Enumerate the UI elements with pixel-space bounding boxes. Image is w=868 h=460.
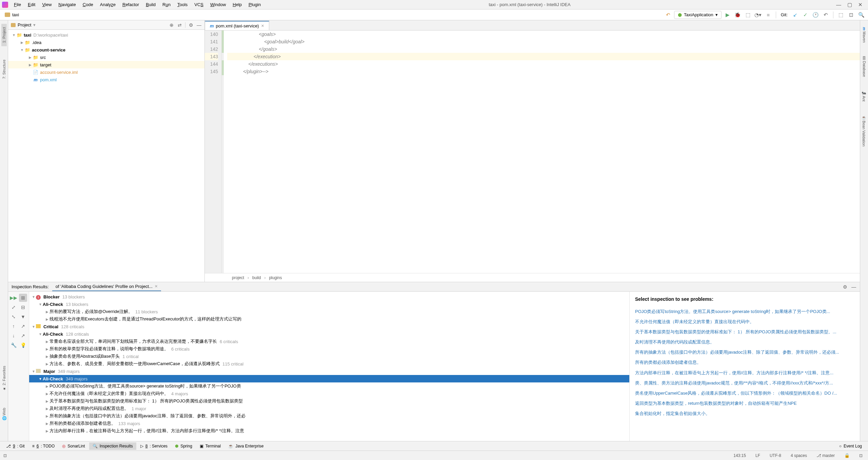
hide-icon[interactable]: — [196, 22, 202, 28]
debug-button[interactable]: 🐞 [734, 11, 742, 19]
stop-button[interactable]: ■ [764, 11, 772, 19]
insp-item[interactable]: ▶所有的枚举类型字段必须要有注释，说明每个数据项的用途。 6 criticals [29, 345, 629, 353]
insp-item[interactable]: ▶所有的类都必须添加创建者信息。 133 majors [29, 420, 629, 427]
git-history-button[interactable]: 🕐 [811, 11, 820, 19]
tab-structure[interactable]: 7: Structure [1, 56, 7, 82]
detail-link[interactable]: 类名使用UpperCamelCase风格，必须遵从驼峰形式，但以下情形例外：（领… [635, 388, 854, 398]
tab-ant[interactable]: 🐜 Ant [861, 87, 867, 105]
settings-icon[interactable]: ⚙ [188, 22, 194, 28]
collapse-button[interactable]: ⤡ [9, 313, 18, 321]
breadcrumb-root[interactable]: taxi [3, 12, 21, 18]
insp-critical-ali[interactable]: ▼ Ali-Check 128 criticals [29, 330, 629, 338]
window-close[interactable]: ✕ [858, 2, 863, 8]
detail-link[interactable]: 关于基本数据类型与包装数据类型的使用标准如下： 1） 所有的POJO类属性必须使… [635, 327, 854, 337]
detail-link[interactable]: 及时清理不再使用的代码段或配置信息。 [635, 337, 854, 347]
insp-item[interactable]: ▶方法名、参数名、成员变量、局部变量都统一使用lowerCamelCase，必须… [29, 360, 629, 368]
insp-item[interactable]: ▶抽象类命名使用Abstract或Base开头 1 critical [29, 353, 629, 360]
detail-link[interactable]: 类、类属性、类方法的注释必须使用javadoc规范，使用/**内容*/格式，不得… [635, 378, 854, 388]
bottom-java-ee[interactable]: ☕ Java Enterprise [225, 442, 267, 450]
bottom-spring[interactable]: ⬢ Spring [172, 442, 196, 450]
status-panels-icon[interactable]: ⊡ [3, 453, 7, 458]
select-opened-file-icon[interactable]: ⊕ [169, 22, 174, 28]
tree-node-pom[interactable]: m pom.xml [8, 76, 204, 83]
bottom-sonarlint[interactable]: ◎ SonarLint [59, 442, 88, 450]
insp-item[interactable]: ▶关于基本数据类型与包装数据类型的使用标准如下： 1） 所有的POJO类属性必须… [29, 397, 629, 405]
autoscroll-button[interactable]: ↗ [19, 332, 27, 340]
run-button[interactable]: ▶ [724, 11, 732, 19]
tab-web[interactable]: 🌐 Web [1, 404, 7, 424]
menu-file[interactable]: File [11, 1, 24, 8]
tree-node-target[interactable]: ▶ 📁 target [8, 61, 204, 68]
window-minimize[interactable]: — [836, 2, 841, 8]
bottom-inspection[interactable]: 🔍 Inspection Results [89, 442, 136, 450]
insp-item[interactable]: ▶所有的抽象方法（包括接口中的方法）必须要用javadoc注释、除了返回值、参数… [29, 412, 629, 420]
menu-edit[interactable]: Edit [25, 1, 38, 8]
menu-view[interactable]: View [39, 1, 55, 8]
window-maximize[interactable]: ▢ [847, 2, 852, 8]
filter-button[interactable]: ▼ [19, 313, 27, 321]
hide-icon[interactable]: — [851, 284, 856, 290]
coverage-button[interactable]: ⬚ [744, 11, 752, 19]
detail-link[interactable]: 方法内部单行注释，在被注释语句上方另起一行，使用//注释。方法内部多行注释使用/… [635, 368, 854, 378]
run-config-selector[interactable]: ⬢ TaxiApplication ▾ [674, 11, 722, 19]
detail-link[interactable]: 所有的抽象方法（包括接口中的方法）必须要用javadoc注释、除了返回值、参数、… [635, 347, 854, 357]
insp-item[interactable]: ▶常量命名应该全部大写，单词间用下划线隔开，力求语义表达完整清楚，不要嫌名字长 … [29, 338, 629, 345]
menu-window[interactable]: Window [207, 1, 229, 8]
status-git-branch[interactable]: ⎇ master [814, 453, 837, 458]
bottom-event-log[interactable]: ○ Event Log [836, 442, 865, 450]
back-arrow-icon[interactable]: ↶ [664, 11, 672, 19]
tree-root[interactable]: ▼ 📁 taxi D:\workspace\taxi [8, 31, 204, 39]
git-rollback-button[interactable]: ↶ [822, 11, 830, 19]
dropdown-icon[interactable]: ▾ [33, 22, 36, 27]
inspection-tab[interactable]: of 'Alibaba Coding Guidelines' Profile o… [52, 283, 161, 291]
detail-link[interactable]: 不允许任何魔法值（即未经定义的常量）直接出现在代码中。 [635, 317, 854, 327]
insp-major-ali[interactable]: ▼ Ali-Check 349 majors [29, 375, 629, 382]
code-area[interactable]: <goals> <goal>build</goal> </goals> </ex… [224, 30, 860, 273]
insp-item[interactable]: ▶不允许任何魔法值（即未经定义的常量）直接出现在代码中。 4 majors [29, 390, 629, 397]
tab-maven[interactable]: m Maven [862, 24, 867, 46]
status-encoding[interactable]: UTF-8 [768, 453, 783, 458]
insp-item[interactable]: ▶ 线程池不允许使用Executors去创建，而是通过ThreadPoolExe… [29, 315, 629, 323]
export-button[interactable]: ↗ [19, 322, 27, 330]
menu-tools[interactable]: Tools [174, 1, 191, 8]
project-tree[interactable]: ▼ 📁 taxi D:\workspace\taxi ▶ 📁 .idea ▼ 📁… [8, 30, 204, 282]
tree-node-idea[interactable]: ▶ 📁 .idea [8, 39, 204, 46]
menu-navigate[interactable]: Navigate [55, 1, 79, 8]
tab-favorites[interactable]: ★ 2: Favorites [1, 362, 7, 394]
tab-close-icon[interactable]: ✕ [261, 24, 264, 28]
status-line-sep[interactable]: LF [753, 453, 762, 458]
bottom-git[interactable]: ⎇ 9: Git [3, 442, 28, 450]
bottom-terminal[interactable]: ▣ Terminal [196, 442, 224, 450]
tab-project[interactable]: 1: Project [1, 24, 7, 46]
menu-analyze[interactable]: Analyze [97, 1, 119, 8]
editor-content[interactable]: 140 141 142 143 144 145 <goals> [205, 30, 860, 273]
search-button[interactable]: 🔍 [857, 11, 865, 19]
ide-settings-button[interactable]: ⊡ [847, 11, 855, 19]
status-indent[interactable]: 4 spaces [789, 453, 809, 458]
prev-button[interactable]: ↑ [9, 322, 18, 330]
settings-icon[interactable]: ⚙ [842, 284, 848, 290]
group-by-severity-button[interactable]: ⊞ [19, 294, 27, 302]
insp-item[interactable]: ▶及时清理不再使用的代码段或配置信息。 1 major [29, 405, 629, 412]
insp-blocker[interactable]: ▼! Blocker 13 blockers [29, 293, 629, 300]
tab-database[interactable]: 🗄 Database [862, 53, 867, 80]
menu-refactor[interactable]: Refactor [119, 1, 142, 8]
git-commit-button[interactable]: ✓ [801, 11, 809, 19]
bottom-todo[interactable]: ≡ 6: TODO [29, 442, 58, 450]
quickfix-button[interactable]: 💡 [19, 341, 27, 349]
settings-button[interactable]: 🔧 [9, 341, 18, 349]
detail-link[interactable]: POJO类必须写toString方法。使用工具类source> generate… [635, 307, 854, 317]
menu-build[interactable]: Build [143, 1, 159, 8]
menu-vcs[interactable]: VCS [191, 1, 206, 8]
detail-link[interactable]: 集合初始化时，指定集合初始值大小。 [635, 409, 854, 419]
detail-link[interactable]: 返回类型为基本数据类型，return包装数据类型的对象时，自动拆箱有可能产生NP… [635, 398, 854, 409]
status-cursor-pos[interactable]: 143:15 [731, 453, 748, 458]
git-update-button[interactable]: ↙ [791, 11, 799, 19]
tab-close-icon[interactable]: ✕ [155, 284, 158, 289]
editor-tab-pom[interactable]: m pom.xml (taxi-service) ✕ [205, 21, 269, 30]
insp-blocker-ali[interactable]: ▼ Ali-Check 13 blockers [29, 300, 629, 308]
profile-button[interactable]: ◔▾ [754, 11, 762, 19]
lock-icon[interactable]: 🔒 [842, 453, 852, 458]
group-by-dir-button[interactable]: ⊟ [19, 303, 27, 311]
status-notification-icon[interactable]: ⊡ [857, 453, 865, 458]
